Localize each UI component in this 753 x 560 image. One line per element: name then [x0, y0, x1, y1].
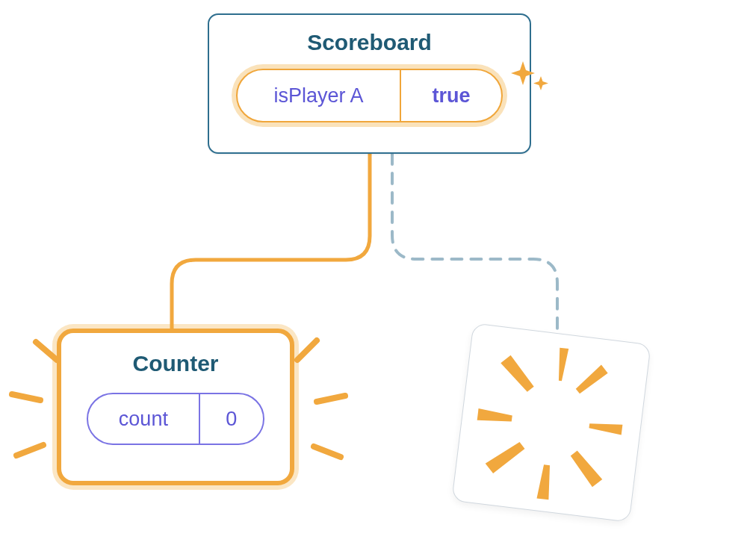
- scoreboard-state-label: isPlayer A: [238, 70, 401, 121]
- svg-line-5: [314, 447, 341, 457]
- poof-burst-icon: [452, 323, 651, 523]
- svg-line-1: [12, 394, 40, 400]
- scoreboard-state-pill: isPlayer A true: [236, 69, 503, 122]
- destroyed-component-card: [451, 323, 651, 522]
- svg-marker-11: [484, 438, 525, 477]
- svg-marker-13: [498, 354, 537, 393]
- svg-marker-6: [556, 348, 568, 382]
- svg-line-2: [16, 445, 43, 455]
- counter-state-label: count: [88, 394, 200, 444]
- scoreboard-title: Scoreboard: [227, 30, 512, 55]
- svg-line-0: [36, 342, 57, 360]
- svg-marker-9: [567, 450, 605, 488]
- counter-title: Counter: [81, 351, 270, 376]
- svg-line-3: [297, 340, 317, 360]
- counter-state-pill: count 0: [87, 393, 264, 445]
- svg-line-4: [317, 396, 345, 402]
- counter-state-value: 0: [200, 394, 263, 444]
- diagram-stage: Scoreboard isPlayer A true Counter count…: [0, 0, 753, 560]
- svg-marker-8: [589, 420, 622, 435]
- svg-marker-12: [477, 408, 513, 424]
- svg-marker-7: [575, 362, 609, 397]
- scoreboard-state-value: true: [401, 70, 501, 121]
- counter-card: Counter count 0: [57, 329, 294, 485]
- scoreboard-card: Scoreboard isPlayer A true: [208, 13, 531, 154]
- svg-marker-10: [536, 464, 552, 500]
